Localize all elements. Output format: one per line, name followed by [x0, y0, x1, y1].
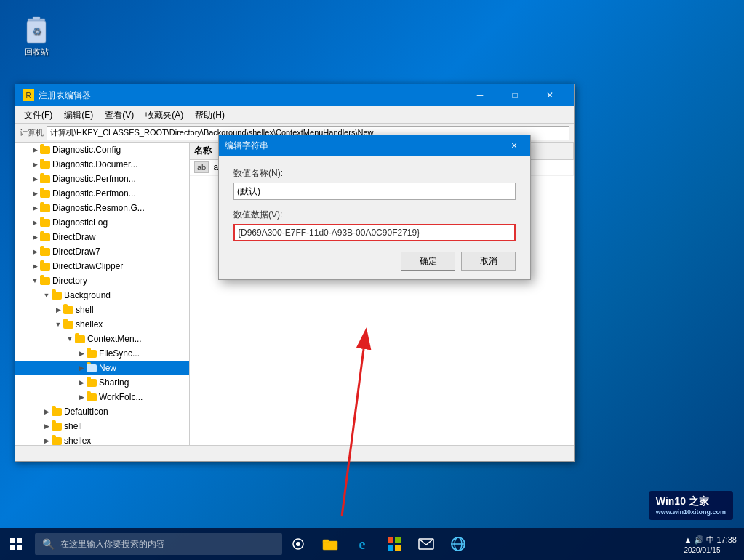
tree-item-directdraw[interactable]: ▶ DirectDraw	[15, 230, 189, 244]
tree-item-contextmenu[interactable]: ▼ ContextMen...	[15, 332, 189, 346]
mail-button[interactable]	[410, 528, 442, 560]
tree-item-defaulticon[interactable]: ▶ DefaultIcon	[15, 404, 189, 419]
start-button[interactable]	[0, 528, 32, 560]
dialog-titlebar: 编辑字符串 ×	[219, 135, 530, 156]
tree-item-diagnosticlog[interactable]: ▶ DiagnosticLog	[15, 215, 189, 230]
search-icon: 🔍	[42, 538, 55, 550]
expander: ▶	[30, 263, 40, 270]
file-explorer-icon	[322, 537, 338, 551]
edit-string-dialog: 编辑字符串 × 数值名称(N): 数值数据(V): 确定 取消	[218, 135, 531, 280]
svg-rect-16	[388, 537, 393, 543]
svg-text:♻: ♻	[32, 25, 41, 37]
menu-edit[interactable]: 编辑(E)	[58, 107, 99, 123]
menu-help[interactable]: 帮助(H)	[189, 107, 231, 123]
tree-item-diagnostic-perfmon2[interactable]: ▶ Diagnostic.Perfmon...	[15, 186, 189, 201]
folder-icon	[40, 161, 50, 169]
folder-icon	[87, 393, 97, 401]
tree-item-diagnostic-perfmon1[interactable]: ▶ Diagnostic.Perfmon...	[15, 172, 189, 186]
tree-item-diagnostic-document[interactable]: ▶ Diagnostic.Documer...	[15, 157, 189, 172]
folder-icon	[87, 379, 97, 387]
expander: ▼	[65, 335, 75, 343]
tree-item-sharing[interactable]: ▶ Sharing	[15, 375, 189, 390]
cancel-button[interactable]: 取消	[461, 252, 516, 271]
svg-rect-8	[10, 538, 15, 543]
folder-icon	[40, 219, 50, 227]
tree-item-workfolders[interactable]: ▶ WorkFolc...	[15, 390, 189, 404]
minimize-button[interactable]: ─	[463, 84, 497, 106]
svg-rect-18	[388, 545, 393, 551]
menu-favorites[interactable]: 收藏夹(A)	[140, 107, 189, 123]
clock: ▲ 🔊 中 17:382020/01/15	[684, 535, 737, 554]
tree-label: DirectDraw7	[52, 247, 100, 257]
tree-label: shell	[76, 305, 94, 315]
folder-icon	[63, 321, 73, 329]
tree-item-new[interactable]: ▶ New	[15, 361, 189, 375]
taskbar-search-bar[interactable]: 🔍 在这里输入你要搜索的内容	[35, 533, 282, 555]
taskbar-right: ▲ 🔊 中 17:382020/01/15	[684, 535, 744, 554]
store-button[interactable]	[378, 528, 410, 560]
folder-icon	[40, 175, 50, 183]
expander: ▶	[30, 175, 40, 183]
mail-icon	[418, 538, 434, 550]
dialog-close-button[interactable]: ×	[504, 135, 524, 156]
recycle-bin-label: 回收站	[25, 47, 49, 57]
tree-label: shell	[64, 421, 82, 431]
tree-label: Background	[64, 290, 111, 300]
tree-label: shellex	[64, 436, 91, 445]
dialog-body: 数值名称(N): 数值数据(V): 确定 取消	[219, 156, 530, 279]
tree-label: ContextMen...	[87, 334, 142, 344]
store-icon	[386, 536, 402, 552]
ok-button[interactable]: 确定	[401, 252, 455, 271]
folder-icon	[40, 233, 50, 241]
expander: ▶	[41, 423, 52, 430]
folder-icon	[52, 437, 62, 445]
folder-icon	[87, 364, 97, 372]
expander: ▶	[41, 437, 52, 444]
expander: ▶	[30, 146, 40, 153]
ie-button[interactable]	[442, 528, 474, 560]
tree-item-diagnostic-config[interactable]: ▶ Diagnostic.Config	[15, 143, 189, 157]
tree-item-shell2[interactable]: ▶ shell	[15, 419, 189, 433]
tree-item-background[interactable]: ▼ Background	[15, 288, 189, 303]
menu-bar: 文件(F) 编辑(E) 查看(V) 收藏夹(A) 帮助(H)	[15, 106, 574, 124]
tree-label: Directory	[52, 276, 87, 286]
tree-item-shell1[interactable]: ▶ shell	[15, 303, 189, 317]
tree-panel[interactable]: ▶ Diagnostic.Config ▶ Diagnostic.Documer…	[15, 143, 190, 445]
expander: ▶	[76, 364, 87, 372]
tree-label: Diagnostic.Perfmon...	[52, 174, 136, 184]
tree-item-shellex[interactable]: ▼ shellex	[15, 317, 189, 332]
value-name-label: 数值名称(N):	[233, 167, 516, 180]
value-data-input[interactable]	[233, 224, 516, 241]
tree-item-filesync[interactable]: ▶ FileSync...	[15, 346, 189, 361]
expander: ▼	[53, 321, 63, 328]
svg-text:R: R	[25, 92, 31, 100]
watermark-site: www.win10xitong.com	[656, 508, 726, 516]
address-label: 计算机	[20, 127, 44, 138]
win10-watermark: Win10 之家 www.win10xitong.com	[649, 491, 733, 520]
svg-rect-1	[33, 17, 40, 20]
close-button[interactable]: ✕	[533, 84, 567, 106]
expander: ▶	[76, 379, 87, 386]
expander: ▼	[41, 292, 52, 299]
menu-file[interactable]: 文件(F)	[18, 107, 58, 123]
edge-browser-button[interactable]: e	[346, 528, 378, 560]
expander: ▶	[76, 350, 87, 357]
tree-item-directdrawclipper[interactable]: ▶ DirectDrawClipper	[15, 259, 189, 273]
tree-label: DirectDrawClipper	[52, 261, 123, 271]
tree-label: Diagnostic.Perfmon...	[52, 188, 136, 199]
tree-item-directdraw7[interactable]: ▶ DirectDraw7	[15, 244, 189, 259]
folder-icon	[63, 306, 73, 314]
svg-rect-10	[10, 545, 15, 550]
task-view-button[interactable]	[282, 528, 314, 560]
windows-icon	[9, 537, 23, 551]
file-explorer-button[interactable]	[314, 528, 346, 560]
value-name-input[interactable]	[233, 183, 516, 200]
menu-view[interactable]: 查看(V)	[99, 107, 140, 123]
recycle-bin-icon[interactable]: ♻ 回收站	[15, 15, 58, 57]
maximize-button[interactable]: □	[498, 84, 532, 106]
regedit-icon: R	[23, 89, 34, 101]
tree-item-shellex2[interactable]: ▶ shellex	[15, 433, 189, 445]
tree-item-directory[interactable]: ▼ Directory	[15, 273, 189, 288]
tree-item-diagnostic-resmon[interactable]: ▶ Diagnostic.Resmon.G...	[15, 201, 189, 215]
expander: ▼	[30, 277, 40, 284]
